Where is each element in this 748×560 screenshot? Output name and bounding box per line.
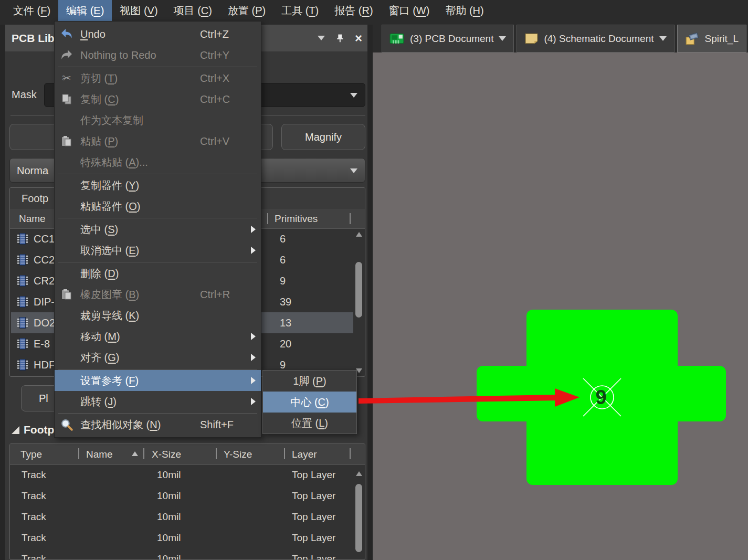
scissors-icon: ✂: [55, 72, 79, 84]
menu-item-set-reference[interactable]: 设置参考 (F): [55, 370, 261, 391]
footprint-name: CR2: [34, 275, 55, 287]
scrollbar-thumb[interactable]: [355, 484, 362, 552]
menu-item-shortcut: Ctrl+V: [200, 135, 229, 147]
column-y-size[interactable]: Y-Size: [224, 449, 252, 460]
undo-icon: [55, 27, 79, 41]
primitive-type: Track: [22, 469, 46, 481]
pin-icon[interactable]: [335, 34, 344, 43]
chevron-down-icon[interactable]: [499, 36, 506, 41]
document-tab-pcb-document[interactable]: (3) PCB Document: [382, 25, 514, 52]
mask-label: Mask: [12, 89, 37, 101]
menu-item-select[interactable]: 选中 (S): [55, 219, 261, 240]
stamp-icon: [55, 288, 79, 301]
menubar-item-file[interactable]: 文件 (F): [5, 0, 58, 21]
primitives-table-group: TypeNameX-SizeY-SizeLayer Track10milTop …: [9, 443, 365, 560]
menu-item-find-similar-objects[interactable]: 查找相似对象 (N)Shift+F: [55, 414, 261, 435]
menubar-item-reports[interactable]: 报告 (R): [326, 0, 381, 21]
menu-item-paste-special[interactable]: 特殊粘贴 (A)...: [55, 152, 261, 173]
footprint-primitives-count: 39: [280, 296, 291, 308]
footprint-name: HDF: [34, 359, 55, 371]
scroll-up-icon[interactable]: [356, 471, 362, 476]
menu-item-slice-tracks[interactable]: 裁剪导线 (K): [55, 305, 261, 326]
menu-item-paste-component[interactable]: 粘贴器件 (O): [55, 196, 261, 217]
menu-item-jump[interactable]: 跳转 (J): [55, 391, 261, 412]
primitives-table-scrollbar[interactable]: [354, 466, 364, 559]
column-type[interactable]: Type: [20, 449, 42, 460]
pad-center-crosshair-icon[interactable]: 9: [578, 374, 626, 421]
menu-item-shortcut: Ctrl+Z: [200, 28, 229, 40]
menu-item-paste[interactable]: 粘贴 (P)Ctrl+V: [55, 131, 261, 152]
primitive-x-size: 10mil: [157, 469, 181, 481]
section-expand-icon: [12, 426, 19, 434]
submenu-arrow-icon: [251, 333, 256, 340]
pad-number: 9: [595, 386, 606, 408]
menu-item-label: 对齐 (G): [80, 351, 119, 365]
menubar-item-help[interactable]: 帮助 (H): [437, 0, 491, 21]
menu-item-redo[interactable]: Nothing to RedoCtrl+Y: [55, 45, 261, 66]
column-name[interactable]: Name: [86, 449, 113, 460]
submenu-item-location[interactable]: 位置 (L): [263, 413, 356, 434]
footprint-name: CC1: [34, 233, 55, 245]
menubar-item-view[interactable]: 视图 (V): [112, 0, 165, 21]
magnify-button[interactable]: Magnify: [281, 124, 365, 150]
primitive-type: Track: [22, 511, 46, 523]
primitive-row[interactable]: Track10milTop Layer: [11, 485, 353, 506]
menu-item-undo[interactable]: UndoCtrl+Z: [55, 24, 261, 45]
redo-icon: [55, 48, 79, 62]
primitive-row[interactable]: Track10milTop Layer: [11, 548, 353, 560]
footprint-name: DIP-: [34, 296, 55, 308]
primitive-row[interactable]: Track10milTop Layer: [11, 464, 353, 485]
menu-item-duplicate-component[interactable]: 复制器件 (Y): [55, 175, 261, 196]
primitive-row[interactable]: Track10milTop Layer: [11, 506, 353, 527]
primitive-type: Track: [22, 490, 46, 502]
submenu-arrow-icon: [251, 377, 256, 384]
footprint-name: DO2: [34, 317, 55, 329]
footprints-scrollbar[interactable]: [354, 229, 364, 375]
chip-icon: [16, 253, 29, 267]
scroll-up-icon[interactable]: [356, 232, 362, 237]
primitive-row[interactable]: Track10milTop Layer: [11, 527, 353, 548]
pcb-canvas[interactable]: 9: [373, 52, 748, 560]
menu-item-label: 粘贴 (P): [80, 134, 118, 149]
footprint-primitives-count: 9: [280, 275, 286, 287]
chevron-down-icon: [350, 93, 357, 98]
menubar-item-edit[interactable]: 编辑 (E): [58, 0, 112, 21]
menu-item-cut[interactable]: ✂剪切 (T)Ctrl+X: [55, 68, 261, 89]
document-tab-spirit-library[interactable]: Spirit_L: [677, 25, 746, 52]
chip-icon: [16, 274, 29, 288]
column-x-size[interactable]: X-Size: [152, 449, 181, 460]
menu-item-delete[interactable]: 删除 (D): [55, 263, 261, 284]
menu-item-rubber-stamp[interactable]: 橡皮图章 (B)Ctrl+R: [55, 284, 261, 305]
submenu-item-center[interactable]: 中心 (C): [263, 392, 356, 413]
menu-item-label: 特殊粘贴 (A)...: [80, 155, 148, 170]
panel-title: PCB Lib: [12, 32, 55, 45]
submenu-item-pin-1[interactable]: 1脚 (P): [263, 371, 356, 392]
panel-menu-icon[interactable]: [318, 36, 325, 40]
menu-item-copy[interactable]: 复制 (C)Ctrl+C: [55, 89, 261, 110]
menubar-item-place[interactable]: 放置 (P): [220, 0, 273, 21]
scrollbar-thumb[interactable]: [355, 262, 362, 318]
paste-icon: [55, 135, 79, 147]
menubar-item-project[interactable]: 项目 (C): [166, 0, 220, 21]
menu-item-deselect[interactable]: 取消选中 (E): [55, 240, 261, 261]
menu-item-label: 跳转 (J): [80, 395, 117, 409]
submenu-arrow-icon: [251, 247, 256, 254]
menubar-item-tools[interactable]: 工具 (T): [273, 0, 326, 21]
column-layer[interactable]: Layer: [292, 449, 317, 460]
primitive-type: Track: [22, 553, 46, 560]
menu-separator: [58, 218, 257, 218]
menubar-item-window[interactable]: 窗口 (W): [381, 0, 438, 21]
menu-item-shortcut: Ctrl+R: [200, 289, 230, 301]
document-tab-schematic-document[interactable]: (4) Schematic Document: [517, 25, 674, 52]
column-name[interactable]: Name: [19, 213, 46, 225]
close-icon[interactable]: ×: [355, 32, 362, 45]
chevron-down-icon[interactable]: [659, 36, 667, 41]
chip-icon: [16, 316, 29, 330]
column-primitives[interactable]: Primitives: [275, 213, 318, 225]
menu-item-copy-as-text[interactable]: 作为文本复制: [55, 110, 261, 131]
footprint-primitives-section-header[interactable]: Footp: [12, 424, 54, 436]
menu-item-move[interactable]: 移动 (M): [55, 326, 261, 347]
menu-item-label: 复制器件 (Y): [80, 178, 139, 193]
document-tabbar: (3) PCB Document(4) Schematic DocumentSp…: [373, 25, 748, 52]
menu-item-align[interactable]: 对齐 (G): [55, 347, 261, 368]
